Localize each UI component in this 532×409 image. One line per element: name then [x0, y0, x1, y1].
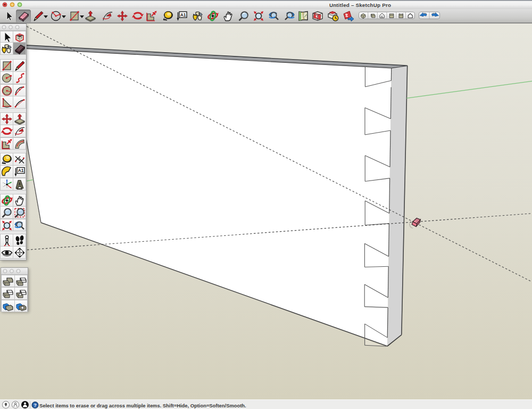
svg-text:A1: A1 — [180, 12, 186, 18]
svg-text:A1: A1 — [18, 168, 24, 173]
svg-text:?: ? — [34, 403, 37, 408]
